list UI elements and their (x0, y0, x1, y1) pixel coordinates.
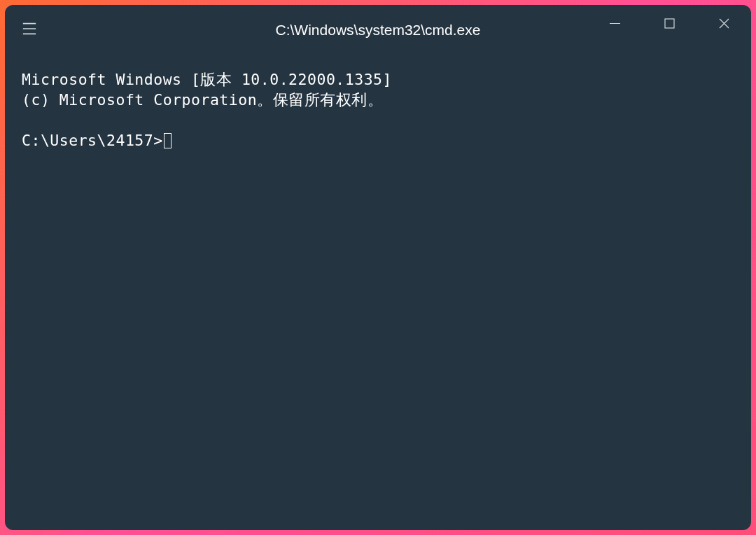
maximize-button[interactable] (642, 5, 696, 44)
titlebar: C:\Windows\system32\cmd.exe (5, 5, 751, 55)
svg-rect-4 (665, 19, 674, 28)
terminal-output[interactable]: Microsoft Windows [版本 10.0.22000.1335] (… (5, 55, 751, 530)
window-controls (587, 5, 751, 44)
menu-button[interactable] (5, 5, 47, 55)
minimize-icon (610, 18, 620, 32)
maximize-icon (664, 18, 675, 32)
window-title: C:\Windows\system32\cmd.exe (276, 22, 481, 38)
terminal-line: Microsoft Windows [版本 10.0.22000.1335] (22, 71, 392, 88)
terminal-line: (c) Microsoft Corporation。保留所有权利。 (22, 91, 383, 109)
hamburger-icon (22, 21, 37, 39)
terminal-prompt: C:\Users\24157> (22, 132, 163, 149)
minimize-button[interactable] (587, 5, 642, 44)
terminal-cursor (164, 133, 172, 148)
close-button[interactable] (696, 5, 751, 44)
terminal-window: C:\Windows\system32\cmd.exe (5, 5, 751, 530)
close-icon (719, 18, 729, 32)
